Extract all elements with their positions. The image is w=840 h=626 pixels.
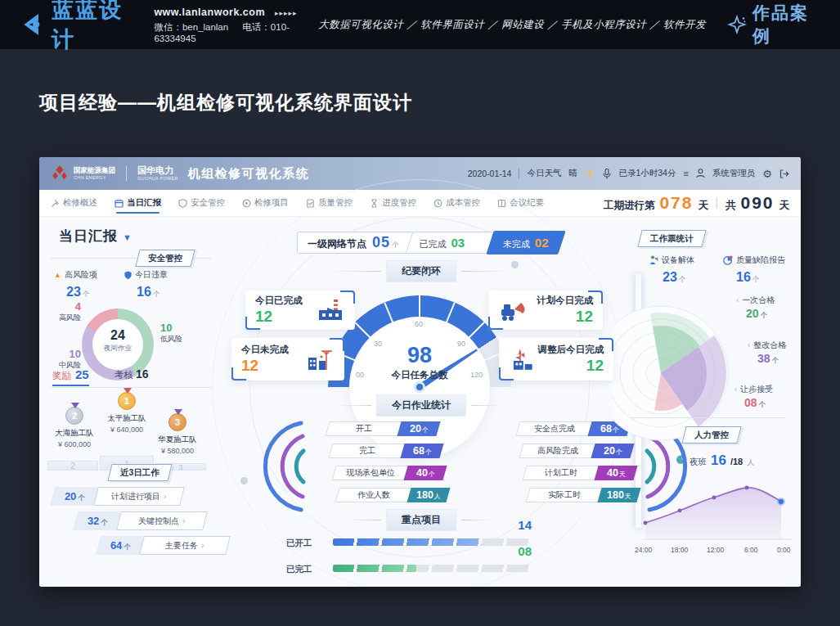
pie-report-icon: [723, 255, 733, 265]
donut-label-high: 4 高风险: [59, 300, 81, 322]
org-divider: [126, 166, 127, 181]
x-axis-label: 12:00: [707, 546, 724, 554]
website-link[interactable]: www.lanlanwork.com: [154, 7, 265, 18]
shield-icon: [178, 199, 187, 208]
x-axis-label: 0:00: [777, 546, 791, 554]
divider: [630, 417, 785, 418]
portfolio-button[interactable]: 作品案例: [727, 2, 822, 47]
dismantle-stat: 设备解体 23个: [649, 254, 694, 285]
org-logos: 国家能源集团 CHN ENERGY 国华电力 GUOHUA POWER: [51, 164, 178, 182]
gauge-label: 今日任务总数: [328, 369, 511, 381]
safety-control-tag: 安全管控: [135, 250, 195, 267]
quality-rectified-label: ‹整改合格: [748, 340, 786, 351]
kp-finished-bar: [333, 565, 532, 572]
warning-icon: ▲: [54, 271, 61, 279]
manpower-line-chart: [640, 472, 793, 544]
work-stat-row: 实际工时 180天: [528, 488, 639, 502]
kp-finished-label: 已完工: [286, 564, 312, 575]
work-stat-row: 完工 68个: [330, 444, 442, 458]
chevron-down-icon: ▼: [123, 232, 133, 242]
portfolio-label: 作品案例: [752, 2, 822, 47]
kp-started-value: 14: [483, 518, 532, 532]
logo-text: 蓝蓝设计: [52, 0, 139, 54]
microphone-icon[interactable]: [603, 169, 611, 179]
recent-item-key-control-points[interactable]: 32个 关键控制点›: [75, 511, 205, 530]
user-icon[interactable]: [696, 169, 705, 178]
quality-rectified-value: 38个: [757, 352, 779, 366]
clipboard-check-icon: [306, 199, 315, 208]
network-nodes-bar: 一级网络节点 05 个 已完成 03 未完成02: [297, 232, 559, 254]
violation-stat: 今日违章 16个: [124, 269, 195, 299]
kp-started-label: 已开工: [286, 538, 312, 549]
date-label: 2020-01-14: [468, 169, 512, 178]
gold-medal-icon: 1: [118, 392, 136, 410]
donut-center: 24 夜间作业: [82, 328, 154, 354]
team-rank-1: 1 太平施工队 ¥ 640,000: [98, 392, 155, 434]
period-total-days: 090: [740, 193, 774, 213]
user-name: 系统管理员: [712, 168, 756, 179]
kp-finished-value: 08: [483, 544, 532, 558]
tab-overview[interactable]: 检修概述: [51, 190, 97, 216]
wechat-label: 微信：ben_lanlan: [154, 22, 228, 32]
x-axis-label: 18:00: [671, 546, 688, 554]
silver-medal-icon: 2: [65, 407, 83, 425]
tab-projects[interactable]: 检修项目: [242, 190, 289, 216]
defect-report-stat: 质量缺陷报告 16个: [723, 254, 785, 285]
org1-name: 国家能源集团 CHN ENERGY: [74, 167, 115, 180]
quality-first-pass-label: ‹一次合格: [736, 295, 775, 306]
deco-dot: [240, 477, 248, 484]
crane-building-icon: [305, 346, 335, 372]
recent-item-main-tasks[interactable]: 64个 主要任务›: [98, 536, 228, 555]
dashboard-body: 当日汇报▼ 安全管控 ▲高风险项 23个 今日违章 16个 24 夜间作业 4 …: [39, 217, 801, 587]
wrench-icon: [51, 199, 60, 208]
arrows-icon: ▸▸▸▸▸: [275, 9, 298, 17]
recent-work-tag: 近3日工作: [107, 464, 172, 481]
quality-concession-label: ‹让步接受: [734, 384, 773, 395]
wind-turbine-icon: [509, 346, 538, 372]
work-stats-title: 今日作业统计: [339, 394, 503, 417]
page-title: 项目经验——机组检修可视化系统界面设计: [39, 90, 412, 115]
card-adjusted-today: 调整后今日完成12: [499, 338, 613, 381]
sun-icon: ☀: [585, 166, 595, 181]
target-icon: [242, 199, 251, 208]
site-header: 蓝蓝设计 www.lanlanwork.com ▸▸▸▸▸ 微信：ben_lan…: [0, 0, 840, 49]
network-undone-segment[interactable]: 未完成02: [487, 231, 566, 254]
assessment-tab[interactable]: 考核16: [115, 367, 149, 381]
system-title: 机组检修可视化系统: [188, 166, 310, 182]
x-axis-label: 24:00: [635, 546, 652, 554]
team-rank-2: 2 大海施工队 ¥ 600,000: [46, 407, 103, 448]
quality-concession-value: 08个: [744, 396, 766, 410]
sparkle-star-icon: [727, 14, 747, 35]
task-gauge: 00 30 60 90 120 98 今日任务总数: [328, 295, 511, 387]
worker-wrench-icon: [649, 255, 658, 265]
gear-icon[interactable]: ⚙: [762, 168, 772, 180]
deco-dot: [511, 261, 519, 268]
record-list-icon[interactable]: ≡: [683, 169, 688, 178]
calendar-icon: [115, 199, 124, 208]
recent-item-planned-projects[interactable]: 20个 计划进行项目›: [52, 487, 182, 506]
x-axis-label: 6:00: [744, 546, 758, 554]
card-done-today: 今日已完成12: [245, 290, 355, 330]
card-planned-today: 计划今日完成12: [488, 290, 603, 330]
daily-report-dropdown[interactable]: 当日汇报▼: [59, 227, 133, 245]
night-shift-icon: [676, 455, 685, 465]
chn-energy-logo-icon: [51, 164, 69, 182]
weather-value: 晴: [568, 168, 577, 179]
deco-arcs-left: [260, 418, 308, 515]
tab-daily-report[interactable]: 当日汇报: [115, 190, 161, 216]
night-shift-stat: 夜班 16 /18 人: [676, 453, 754, 469]
work-stat-row: 现场承包单位 40个: [334, 466, 445, 480]
minutes-loop-label: 纪要闭环: [331, 260, 511, 282]
record-duration: 已录1小时34分: [618, 168, 676, 179]
network-total-segment[interactable]: 一级网络节点 05 个: [298, 234, 409, 251]
org2-name: 国华电力 GUOHUA POWER: [137, 166, 178, 182]
work-stat-row: 开工 20个: [327, 421, 438, 436]
weather-label: 今日天气: [527, 168, 561, 179]
logout-icon[interactable]: [779, 169, 789, 178]
work-stat-row: 计划工时 40天: [524, 466, 636, 480]
reward-tab[interactable]: 奖励25: [52, 367, 89, 386]
bronze-medal-icon: 3: [168, 413, 186, 431]
card-undone-today: 今日未完成12: [231, 338, 344, 381]
tab-safety[interactable]: 安全管控: [178, 190, 225, 216]
network-done-segment[interactable]: 已完成 03: [410, 236, 475, 250]
